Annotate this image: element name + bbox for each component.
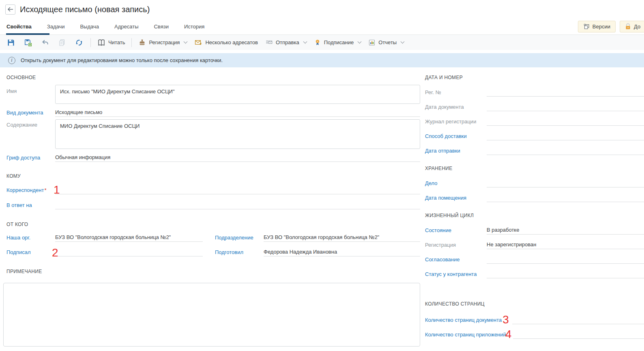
- in-reply-label[interactable]: В ответ на: [6, 202, 55, 209]
- content-label: Содержание: [6, 119, 55, 129]
- reports-menu-button[interactable]: Отчеты: [365, 35, 408, 50]
- signing-label: Подписание: [324, 39, 354, 45]
- tab-issuance[interactable]: Выдача: [80, 19, 99, 34]
- approval-label[interactable]: Согласование: [425, 256, 487, 264]
- save-and-create-button[interactable]: [19, 35, 36, 50]
- versions-label: Версии: [592, 24, 610, 30]
- attachment-pages-field[interactable]: [513, 327, 644, 339]
- lock-icon: [625, 23, 631, 30]
- preparer-field[interactable]: Федорова Надежда Ивановна: [264, 249, 420, 256]
- in-reply-field[interactable]: [55, 202, 420, 209]
- tab-history[interactable]: История: [184, 19, 204, 34]
- access-grade-field[interactable]: Обычная информация: [55, 154, 420, 162]
- counterparty-status-label[interactable]: Статус у контрагента: [425, 271, 487, 278]
- section-from-title: ОТ КОГО: [6, 222, 420, 228]
- tab-links[interactable]: Связи: [154, 19, 168, 34]
- our-org-row: Наша орг. БУЗ ВО "Вологодская городская …: [6, 230, 420, 242]
- refresh-button[interactable]: [71, 35, 88, 50]
- placement-date-field[interactable]: [487, 195, 644, 202]
- card-form: ОСНОВНОЕ Имя Исх. письмо "МИО Директум С…: [0, 67, 644, 347]
- tab-addressees[interactable]: Адресаты: [114, 19, 138, 34]
- title-bar: Исходящее письмо (новая запись): [0, 0, 644, 19]
- reg-journal-field[interactable]: [487, 118, 644, 126]
- registration-menu-button[interactable]: Регистрация: [135, 35, 191, 50]
- multiple-addressees-label: Несколько адресатов: [205, 39, 258, 45]
- reg-journal-label: Журнал регистрации: [425, 118, 487, 126]
- arrow-left-icon: [7, 7, 13, 12]
- content-row: Содержание МИО Директум Списание ОСЦИ: [6, 119, 420, 149]
- counterparty-status-field[interactable]: [487, 271, 644, 278]
- case-field[interactable]: [487, 180, 644, 187]
- book-icon: [97, 39, 105, 47]
- annotation-1: 1: [54, 184, 60, 196]
- case-row: Дело: [425, 177, 644, 187]
- signer-row: Подписал 2 Подготовил Федорова Надежда И…: [6, 245, 420, 256]
- delivery-method-label[interactable]: Способ доставки: [425, 133, 487, 140]
- sent-date-field[interactable]: [487, 148, 644, 155]
- doc-pages-label[interactable]: Количество страниц документа: [425, 317, 502, 324]
- placement-date-label[interactable]: Дата помещения: [425, 195, 487, 202]
- attachment-pages-row: Количество страниц приложений 4: [425, 327, 644, 339]
- correspondent-label[interactable]: Корреспондент*: [6, 187, 55, 194]
- chevron-down-icon: [184, 40, 188, 44]
- signer-label[interactable]: Подписал: [6, 249, 55, 256]
- info-banner-text: Открыть документ для редактирования можн…: [21, 57, 223, 63]
- signing-menu-button[interactable]: Подписание: [310, 35, 365, 50]
- registration-state-field[interactable]: Не зарегистрирован: [487, 241, 644, 249]
- delivery-method-row: Способ доставки: [425, 129, 644, 140]
- sending-menu-button[interactable]: Отправка: [262, 35, 310, 50]
- reg-journal-row: Журнал регистрации: [425, 115, 644, 126]
- tab-tasks[interactable]: Задачи: [47, 19, 65, 34]
- versions-button[interactable]: Версии: [578, 21, 616, 32]
- access-label: До: [634, 24, 640, 30]
- section-lifecycle-title: ЖИЗНЕННЫЙ ЦИКЛ: [425, 213, 644, 219]
- department-label[interactable]: Подразделение: [215, 235, 264, 242]
- back-button[interactable]: [5, 4, 15, 15]
- correspondent-field[interactable]: [55, 187, 420, 194]
- section-date-number-title: ДАТА И НОМЕР: [425, 75, 644, 81]
- preparer-label[interactable]: Подготовил: [215, 249, 264, 256]
- sent-date-label[interactable]: Дата отправки: [425, 148, 487, 155]
- annotation-3: 3: [502, 315, 509, 324]
- doc-kind-field[interactable]: Исходящие письмо: [55, 109, 420, 117]
- state-label[interactable]: Состояние: [425, 227, 487, 235]
- reg-number-field[interactable]: [487, 89, 644, 97]
- our-org-field[interactable]: БУЗ ВО "Вологодская городская больница №…: [55, 234, 203, 242]
- attachment-pages-label[interactable]: Количество страниц приложений: [425, 332, 506, 339]
- save-button[interactable]: [2, 35, 19, 50]
- approval-field[interactable]: [487, 256, 644, 264]
- state-row: Состояние В разработке: [425, 224, 644, 235]
- doc-kind-label[interactable]: Вид документа: [6, 110, 55, 117]
- section-main-title: ОСНОВНОЕ: [6, 75, 420, 81]
- info-banner: i Открыть документ для редактирования мо…: [0, 53, 644, 67]
- signer-field[interactable]: [55, 249, 203, 256]
- content-input[interactable]: МИО Директум Списание ОСЦИ: [55, 119, 420, 149]
- left-column: ОСНОВНОЕ Имя Исх. письмо "МИО Директум С…: [0, 75, 420, 347]
- placement-date-row: Дата помещения: [425, 191, 644, 202]
- copy-icon: [58, 39, 66, 47]
- our-org-label[interactable]: Наша орг.: [6, 235, 55, 242]
- chevron-down-icon: [358, 40, 362, 44]
- name-row: Имя Исх. письмо "МИО Директум Списание О…: [6, 85, 420, 104]
- annotation-2: 2: [52, 247, 58, 258]
- case-label[interactable]: Дело: [425, 180, 487, 187]
- access-button[interactable]: До: [620, 21, 644, 32]
- medal-icon: [314, 39, 321, 47]
- doc-date-field[interactable]: [487, 104, 644, 111]
- access-grade-label[interactable]: Гриф доступа: [6, 155, 55, 162]
- name-input[interactable]: Исх. письмо "МИО Директум Списание ОСЦИ": [55, 85, 420, 104]
- copy-button[interactable]: [54, 35, 71, 50]
- approval-row: Согласование: [425, 253, 644, 264]
- tab-properties[interactable]: Свойства: [6, 19, 32, 34]
- read-button[interactable]: Читать: [94, 35, 129, 50]
- doc-pages-field[interactable]: [512, 312, 644, 324]
- undo-button[interactable]: [36, 35, 54, 50]
- delivery-method-field[interactable]: [487, 133, 644, 140]
- reg-number-label: Рег. №: [425, 89, 487, 97]
- state-field[interactable]: В разработке: [487, 227, 644, 235]
- multiple-addressees-button[interactable]: Несколько адресатов: [191, 35, 262, 50]
- note-input[interactable]: [3, 283, 420, 347]
- in-reply-row: В ответ на: [6, 198, 420, 209]
- department-field[interactable]: БУЗ ВО "Вологодская городская больница №…: [264, 234, 420, 242]
- sent-date-row: Дата отправки: [425, 144, 644, 155]
